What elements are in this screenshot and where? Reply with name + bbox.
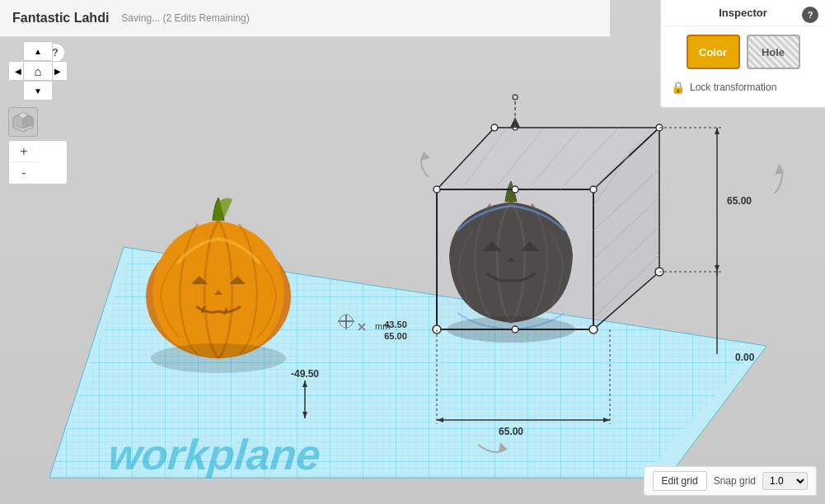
nav-up-btn[interactable]: ▲	[23, 41, 53, 61]
zoom-in-btn[interactable]: +	[9, 141, 39, 162]
hole-btn[interactable]: Hole	[747, 35, 800, 69]
zoom-out-btn[interactable]: -	[9, 162, 39, 184]
inspector-panel: Inspector ? Color Hole 🔒 Lock transforma…	[660, 0, 825, 108]
bottom-controls: Edit grid Snap grid 1.0 0.5 0.25 2.0	[644, 466, 817, 496]
inspector-title: Inspector	[661, 0, 825, 26]
zoom-controls: + -	[8, 140, 68, 184]
nav-home-btn[interactable]: ⌂	[23, 61, 53, 81]
lock-icon: 🔒	[671, 81, 685, 94]
app-title: Fantastic Lahdi	[12, 11, 109, 26]
lock-label: Lock transformation	[690, 82, 776, 93]
color-btn[interactable]: Color	[687, 35, 740, 69]
header: Fantastic Lahdi Saving... (2 Edits Remai…	[0, 0, 610, 37]
inspector-type-buttons: Color Hole	[661, 26, 825, 77]
snap-grid-select[interactable]: 1.0 0.5 0.25 2.0	[762, 472, 808, 490]
snap-grid-label: Snap grid	[714, 475, 756, 487]
lock-transform-row[interactable]: 🔒 Lock transformation	[661, 77, 825, 97]
view-cube[interactable]	[8, 107, 38, 137]
nav-controls: ▲ ▼ ◀ ▶ ⌂ + -	[8, 41, 68, 184]
nav-down-btn[interactable]: ▼	[23, 81, 53, 100]
edit-grid-btn[interactable]: Edit grid	[653, 471, 707, 491]
inspector-help-btn[interactable]: ?	[802, 7, 818, 23]
saving-status: Saving... (2 Edits Remaining)	[121, 12, 249, 24]
